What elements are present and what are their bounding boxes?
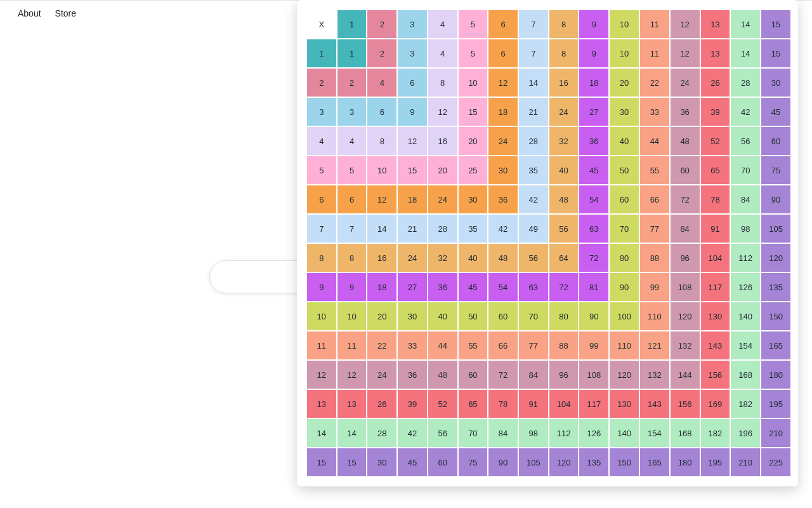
table-cell: 81 (579, 273, 608, 301)
table-cell: 5 (459, 39, 488, 67)
table-cell: 2 (367, 39, 396, 67)
table-cell: 18 (367, 273, 396, 301)
table-cell: 45 (579, 156, 608, 184)
table-cell: 110 (640, 302, 669, 330)
col-header: 9 (579, 10, 608, 38)
table-cell: 15 (459, 98, 488, 126)
table-cell: 9 (337, 273, 367, 301)
table-cell: 7 (519, 39, 548, 67)
table-cell: 10 (367, 156, 396, 184)
table-cell: 72 (579, 244, 608, 272)
table-cell: 70 (610, 215, 639, 243)
table-cell: 126 (731, 273, 760, 301)
table-cell: 16 (367, 244, 396, 272)
table-cell: 24 (488, 127, 518, 155)
table-cell: 56 (519, 244, 548, 272)
table-cell: 48 (549, 185, 579, 213)
col-header: 3 (398, 10, 427, 38)
table-cell: 150 (761, 302, 790, 330)
col-header: 10 (610, 10, 639, 38)
table-cell: 96 (549, 361, 579, 389)
table-cell: 120 (761, 244, 790, 272)
table-cell: 112 (731, 244, 760, 272)
table-cell: 44 (640, 127, 669, 155)
table-cell: 154 (640, 419, 669, 447)
table-cell: 112 (549, 419, 579, 447)
table-cell: 36 (579, 127, 608, 155)
table-cell: 169 (701, 390, 730, 418)
table-cell: 24 (671, 69, 700, 97)
table-cell: 168 (731, 361, 760, 389)
table-cell: 78 (488, 390, 518, 418)
table-cell: 8 (428, 69, 457, 97)
table-cell: 14 (367, 215, 396, 243)
table-cell: 45 (761, 98, 790, 126)
table-cell: 18 (488, 98, 518, 126)
table-cell: 18 (398, 185, 427, 213)
table-cell: 1 (337, 39, 367, 67)
table-cell: 88 (549, 331, 579, 359)
table-cell: 48 (671, 127, 700, 155)
row-header: 5 (307, 156, 336, 184)
table-cell: 110 (610, 331, 639, 359)
table-cell: 104 (701, 244, 730, 272)
table-cell: 10 (459, 69, 488, 97)
table-cell: 42 (488, 215, 518, 243)
table-cell: 30 (398, 302, 427, 330)
table-cell: 182 (731, 390, 760, 418)
table-cell: 99 (640, 273, 669, 301)
table-cell: 14 (337, 419, 367, 447)
table-cell: 32 (428, 244, 457, 272)
table-cell: 70 (459, 419, 488, 447)
table-cell: 225 (761, 448, 790, 476)
table-cell: 66 (488, 331, 518, 359)
table-cell: 11 (640, 39, 669, 67)
table-cell: 39 (701, 98, 730, 126)
table-cell: 98 (731, 215, 760, 243)
row-header: 12 (307, 361, 336, 389)
table-cell: 14 (519, 69, 548, 97)
table-cell: 52 (428, 390, 457, 418)
table-cell: 55 (459, 331, 488, 359)
table-cell: 40 (549, 156, 579, 184)
table-cell: 60 (610, 185, 639, 213)
table-cell: 52 (701, 127, 730, 155)
table-cell: 40 (428, 302, 457, 330)
table-cell: 26 (701, 69, 730, 97)
table-cell: 4 (367, 69, 396, 97)
table-cell: 120 (610, 361, 639, 389)
table-cell: 24 (367, 361, 396, 389)
nav-about[interactable]: About (18, 8, 41, 18)
table-cell: 27 (398, 273, 427, 301)
table-cell: 33 (398, 331, 427, 359)
table-cell: 56 (549, 215, 579, 243)
table-cell: 72 (488, 361, 518, 389)
table-cell: 24 (428, 185, 457, 213)
table-cell: 135 (761, 273, 790, 301)
table-cell: 14 (731, 39, 760, 67)
table-cell: 28 (519, 127, 548, 155)
table-cell: 121 (640, 331, 669, 359)
row-header: 2 (307, 69, 336, 97)
table-cell: 20 (459, 127, 488, 155)
table-cell: 32 (549, 127, 579, 155)
col-header: 15 (761, 10, 790, 38)
table-cell: 210 (761, 419, 790, 447)
nav-store[interactable]: Store (55, 8, 76, 18)
table-cell: 130 (701, 302, 730, 330)
table-cell: 2 (337, 69, 367, 97)
table-cell: 144 (671, 361, 700, 389)
table-cell: 78 (701, 185, 730, 213)
row-header: 6 (307, 185, 336, 213)
col-header: 5 (459, 10, 488, 38)
col-header: 7 (519, 10, 548, 38)
table-cell: 156 (671, 390, 700, 418)
table-cell: 16 (549, 69, 579, 97)
table-cell: 20 (610, 69, 639, 97)
table-cell: 84 (671, 215, 700, 243)
table-cell: 195 (761, 390, 790, 418)
multiplication-table-panel: X123456789101112131415112345678910111213… (297, 0, 798, 486)
table-cell: 26 (367, 390, 396, 418)
table-cell: 3 (398, 39, 427, 67)
table-cell: 49 (519, 215, 548, 243)
